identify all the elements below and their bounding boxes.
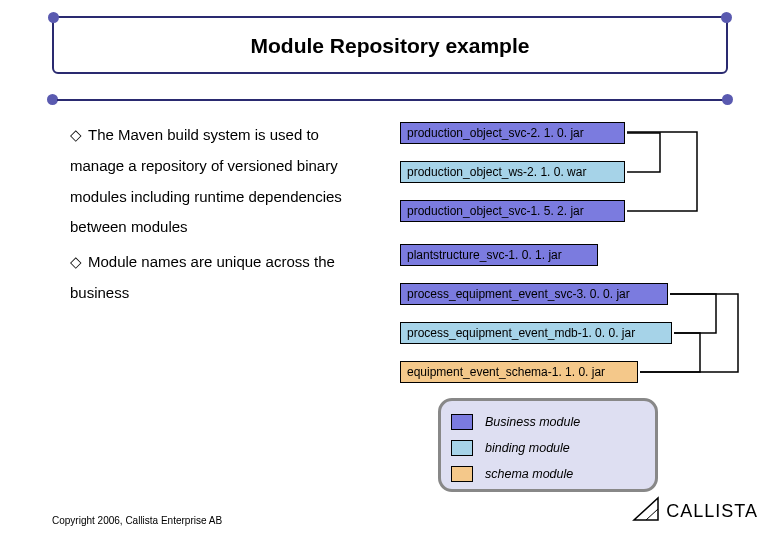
module-box: production_object_svc-1. 5. 2. jar: [400, 200, 625, 222]
legend-row: binding module: [451, 435, 645, 461]
logo: CALLISTA: [632, 496, 758, 522]
bullet-text: Module names are unique across the busin…: [70, 253, 335, 301]
legend: Business module binding module schema mo…: [438, 398, 658, 492]
line: [57, 99, 723, 101]
bullet-marker: ◇: [70, 247, 88, 278]
legend-label: schema module: [485, 467, 573, 481]
svg-marker-0: [634, 498, 658, 520]
module-box: process_equipment_event_mdb-1. 0. 0. jar: [400, 322, 672, 344]
title-underline: [52, 94, 728, 106]
module-label: production_object_svc-2. 1. 0. jar: [407, 126, 584, 140]
legend-label: binding module: [485, 441, 570, 455]
logo-text: CALLISTA: [666, 501, 758, 522]
bullet-marker: ◇: [70, 120, 88, 151]
legend-swatch: [451, 414, 473, 430]
corner-dot: [721, 12, 732, 23]
bullet-item: ◇Module names are unique across the busi…: [70, 247, 370, 309]
module-label: plantstructure_svc-1. 0. 1. jar: [407, 248, 562, 262]
legend-swatch: [451, 440, 473, 456]
legend-swatch: [451, 466, 473, 482]
module-box: production_object_svc-2. 1. 0. jar: [400, 122, 625, 144]
module-label: process_equipment_event_mdb-1. 0. 0. jar: [407, 326, 635, 340]
svg-line-1: [646, 509, 658, 520]
bullet-list: ◇The Maven build system is used to manag…: [70, 120, 370, 313]
legend-row: schema module: [451, 461, 645, 487]
bullet-text: The Maven build system is used to manage…: [70, 126, 342, 235]
module-box: plantstructure_svc-1. 0. 1. jar: [400, 244, 598, 266]
module-box: equipment_event_schema-1. 1. 0. jar: [400, 361, 638, 383]
module-label: process_equipment_event_svc-3. 0. 0. jar: [407, 287, 630, 301]
module-label: production_object_svc-1. 5. 2. jar: [407, 204, 584, 218]
corner-dot: [48, 12, 59, 23]
legend-label: Business module: [485, 415, 580, 429]
module-box: process_equipment_event_svc-3. 0. 0. jar: [400, 283, 668, 305]
logo-triangle-icon: [632, 496, 660, 522]
module-label: production_object_ws-2. 1. 0. war: [407, 165, 586, 179]
title-frame: Module Repository example: [52, 16, 728, 74]
corner-dot: [722, 94, 733, 105]
legend-row: Business module: [451, 409, 645, 435]
page-title: Module Repository example: [54, 18, 726, 74]
module-label: equipment_event_schema-1. 1. 0. jar: [407, 365, 605, 379]
copyright-text: Copyright 2006, Callista Enterprise AB: [52, 515, 222, 526]
module-box: production_object_ws-2. 1. 0. war: [400, 161, 625, 183]
bullet-item: ◇The Maven build system is used to manag…: [70, 120, 370, 243]
